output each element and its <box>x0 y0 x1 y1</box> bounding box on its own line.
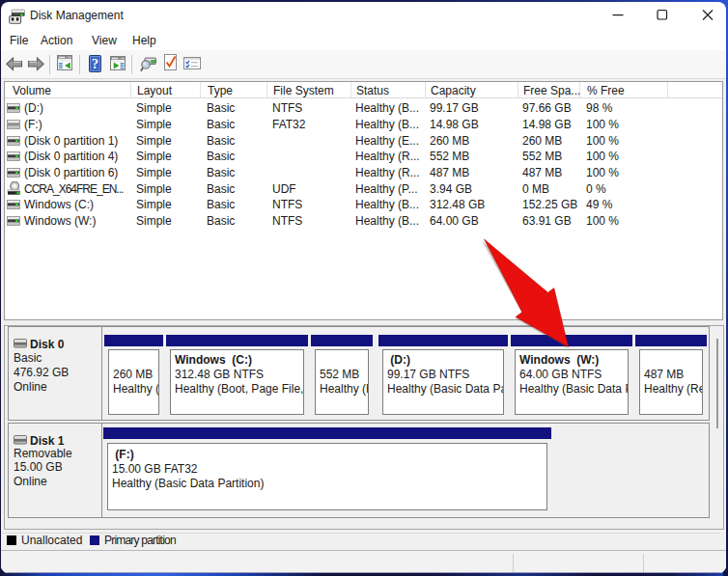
svg-text:?: ? <box>92 57 98 71</box>
